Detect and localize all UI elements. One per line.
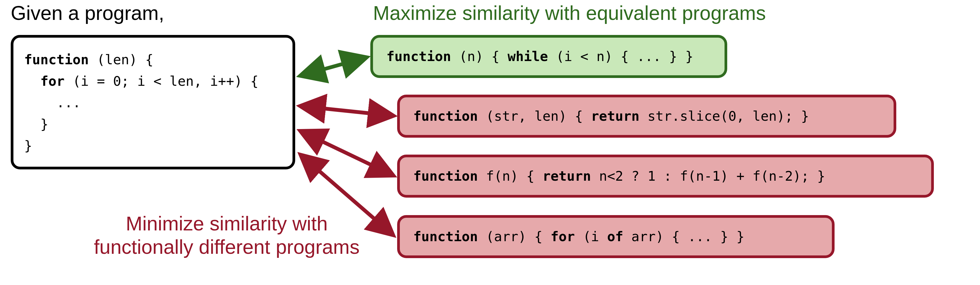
different-program-box-2: function f(n) { return n<2 ? 1 : f(n-1) …: [397, 155, 934, 198]
code-text: (i = 0; i < len, i++) {: [65, 74, 258, 89]
kw-function: function: [24, 52, 89, 67]
code-text: str.slice(0, len); }: [640, 108, 809, 124]
code-text: (i < n) { ... } }: [548, 49, 694, 64]
code-text: }: [40, 117, 48, 132]
code-text: (arr) {: [478, 229, 550, 244]
kw-function: function: [413, 229, 478, 244]
kw-for: for: [550, 229, 575, 244]
code-text: }: [24, 138, 32, 154]
kw-for: for: [40, 74, 64, 89]
code-text: (len) {: [89, 52, 153, 67]
code-text: arr) { ... } }: [624, 229, 745, 244]
code-text: n<2 ? 1 : f(n-1) + f(n-2); }: [591, 168, 825, 184]
code-text: (i: [575, 229, 607, 244]
source-program-box: function (len) { for (i = 0; i < len, i+…: [11, 35, 295, 170]
arrow-different-1: [302, 106, 392, 115]
kw-while: while: [508, 49, 548, 64]
source-program-code: function (len) { for (i = 0; i < len, i+…: [24, 49, 258, 157]
code-text: (str, len) {: [478, 108, 591, 124]
different-program-code-3: function (arr) { for (i of arr) { ... } …: [413, 229, 745, 244]
arrow-different-2: [302, 132, 392, 175]
label-minimize-similarity: Minimize similarity with functionally di…: [94, 212, 360, 259]
label-maximize-similarity: Maximize similarity with equivalent prog…: [373, 2, 766, 24]
different-program-code-2: function f(n) { return n<2 ? 1 : f(n-1) …: [413, 168, 825, 184]
kw-of: of: [607, 229, 624, 244]
kw-function: function: [387, 49, 451, 64]
label-minimize-line2: functionally different programs: [94, 236, 360, 258]
arrow-equivalent: [302, 58, 365, 75]
label-minimize-line1: Minimize similarity with: [126, 212, 328, 235]
different-program-box-3: function (arr) { for (i of arr) { ... } …: [397, 215, 835, 258]
kw-return: return: [591, 108, 640, 124]
kw-function: function: [413, 168, 478, 184]
kw-return: return: [542, 168, 591, 184]
different-program-code-1: function (str, len) { return str.slice(0…: [413, 108, 809, 124]
different-program-box-1: function (str, len) { return str.slice(0…: [397, 94, 896, 138]
label-given-a-program: Given a program,: [11, 2, 164, 24]
equivalent-program-box: function (n) { while (i < n) { ... } }: [370, 35, 727, 78]
code-text: (n) {: [451, 49, 508, 64]
code-text: f(n) {: [478, 168, 542, 184]
equivalent-program-code: function (n) { while (i < n) { ... } }: [387, 49, 694, 64]
code-text: ...: [56, 95, 81, 110]
kw-function: function: [413, 108, 478, 124]
